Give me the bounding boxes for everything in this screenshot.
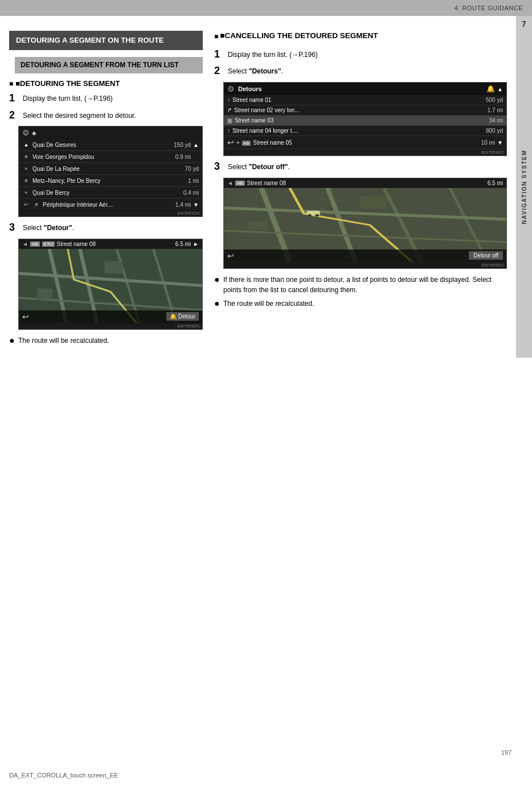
- left-step-1: 1 Display the turn list. (→P.196): [9, 92, 203, 105]
- section-number-box: 7: [516, 16, 532, 28]
- left-column: DETOURING A SEGMENT ON THE ROUTE DETOURI…: [9, 31, 203, 349]
- right-bullet-2: ● The route will be recalculated.: [214, 298, 507, 309]
- down-arrow-detours: ▼: [497, 140, 503, 146]
- right-step-number-2: 2: [214, 65, 223, 77]
- turn-list-row: ↩ ≡ Périphérique Intérieur Aér.... 1.4 m…: [19, 199, 202, 210]
- turn-list-row: ≈ Quai De Bercy 0.4 mi: [19, 187, 202, 199]
- turn-list-row: ≡ Voie Georges Pompidou 0.9 mi: [19, 151, 202, 163]
- map-nav-header: ◄ AB ETU Street name 08 6.5 mi ►: [19, 239, 202, 249]
- detour-name-2: Street name 02 very lon...: [234, 107, 488, 113]
- turn-name-1: Quai De Gesvres: [32, 142, 174, 148]
- right-step-2: 2 Select "Detours".: [214, 65, 507, 77]
- turn-list: ▲ Quai De Gesvres 150 yd ▲ ≡ Voie George…: [19, 139, 202, 210]
- turn-dist-6: 1.4 mi: [175, 202, 191, 208]
- turn-dist-1: 150 yd: [174, 142, 191, 148]
- footer: DA_EXT_COROLLA_touch screen_EE: [9, 772, 118, 779]
- turn-name-3: Quai De La Rapée: [32, 166, 185, 172]
- svg-rect-16: [361, 197, 387, 209]
- svg-point-19: [308, 214, 312, 216]
- square-icon: ■: [214, 32, 218, 42]
- screenshot-id-3: EN7054DC: [224, 149, 506, 155]
- cancelling-header-block: ■ ■CANCELLING THE DETOURED SEGMENT: [214, 31, 507, 42]
- map-header-2-right: 6.5 mi: [488, 180, 503, 186]
- right-bullet-1: ● If there is more than one point to det…: [214, 275, 507, 295]
- up-arrow: ▲: [193, 142, 199, 148]
- detour-icon-5: +: [236, 140, 240, 146]
- detour-badge-3: Z: [227, 117, 232, 124]
- nav-system-sidebar: NAVIGATION SYSTEM: [516, 16, 532, 358]
- gear-icon: ⚙: [22, 128, 30, 137]
- detour-dist-4: 800 yd: [486, 128, 503, 134]
- detouring-segment-heading: ■DETOURING THE SEGMENT: [9, 79, 203, 88]
- arrow-left-icon: ◄: [22, 241, 28, 247]
- map-bottom-bar-2: ↩ Detour off: [224, 249, 506, 262]
- turn-icon-5: ≈: [22, 189, 30, 197]
- right-step-3-text: Select "Detour off".: [228, 161, 290, 172]
- step-number-1: 1: [9, 92, 18, 105]
- cancelling-heading: ■ ■CANCELLING THE DETOURED SEGMENT: [214, 31, 507, 42]
- detour-off-button[interactable]: Detour off: [469, 251, 503, 260]
- section-title: 4. ROUTE GUIDANCE: [455, 5, 523, 11]
- turn-icon-4: ≡: [22, 177, 30, 185]
- detours-header-left: ⚙ Detours: [227, 84, 262, 93]
- right-step-number-1: 1: [214, 48, 223, 61]
- map-screenshot-detour: ◄ AB ETU Street name 08 6.5 mi ►: [18, 239, 203, 330]
- bullet-dot-1: ●: [9, 335, 16, 346]
- detour-icon-4: ↑: [227, 128, 230, 134]
- map-street-name: Street name 08: [57, 241, 96, 247]
- subsection-header: DETOURING A SEGMENT FROM THE TURN LIST: [15, 57, 203, 73]
- detours-row-4: ↑ Street name 04 longer t.... 800 yd: [224, 126, 506, 136]
- left-bullet-1: ● The route will be recalculated.: [9, 335, 203, 346]
- route-badge-3: AB: [235, 181, 245, 186]
- left-step-2: 2 Select the desired segment to detour.: [9, 109, 203, 122]
- map-nav-header-2: ◄ AB Street name 08 6.5 mi: [224, 178, 506, 188]
- detours-row-5: ↩ + AB Street name 05 10 mi ▼: [224, 136, 506, 149]
- detours-header-right: 🔔 ▲: [486, 85, 503, 93]
- route-indicator: ◈: [32, 130, 36, 136]
- step-3-text: Select "Detour".: [23, 222, 74, 233]
- turn-name-2: Voie Georges Pompidou: [32, 154, 175, 160]
- detour-name-1: Street name 01: [232, 97, 486, 103]
- arrow-right-icon: ►: [193, 241, 199, 247]
- svg-rect-17: [247, 221, 268, 230]
- route-badge-2: ETU: [42, 241, 55, 247]
- map-header-left: ◄ AB ETU Street name 08: [22, 241, 96, 247]
- detours-nav-header: ⚙ Detours 🔔 ▲: [224, 83, 506, 95]
- detours-row-2: ↱ Street name 02 very lon... 1.7 mi: [224, 105, 506, 116]
- gear-icon-2: ⚙: [227, 84, 235, 93]
- detour-dist-1: 500 yd: [486, 97, 503, 103]
- screenshot-id-2: EN7062DC: [19, 323, 202, 329]
- detour-button[interactable]: 🔔 Detour: [166, 312, 199, 321]
- detour-dist-5: 10 mi: [481, 140, 495, 146]
- map-screenshot-detour-off: ◄ AB Street name 08 6.5 mi: [223, 178, 507, 269]
- right-step-1-text: Display the turn list. (→P.196): [228, 48, 318, 60]
- back-nav-icon-2: ↩: [227, 251, 234, 260]
- turn-icon-1: ▲: [22, 141, 30, 149]
- top-bar: 4. ROUTE GUIDANCE: [0, 0, 532, 16]
- screenshot-id-4: EN7055DC: [224, 262, 506, 268]
- turn-dist-5: 0.4 mi: [183, 190, 199, 196]
- detour-icon-1: ↑: [227, 97, 230, 103]
- turn-list-row: ≡ Metz–Nancy, Pte De Bercy 1 mi: [19, 175, 202, 187]
- detour-icon: 🔔: [170, 313, 177, 320]
- map-street-name-2: Street name 08: [247, 180, 286, 186]
- down-arrow: ▼: [193, 202, 199, 208]
- turn-dist-4: 1 mi: [188, 178, 199, 184]
- detours-list: ↑ Street name 01 500 yd ↱ Street name 02…: [224, 95, 506, 149]
- turn-icon-2: ≡: [22, 153, 30, 161]
- two-column-layout: DETOURING A SEGMENT ON THE ROUTE DETOURI…: [9, 31, 507, 349]
- right-step-2-text: Select "Detours".: [228, 65, 283, 76]
- map-view: ↩ 🔔 Detour: [19, 249, 202, 323]
- turn-list-screenshot: ⚙ ◈ ▲ Quai De Gesvres 150 yd ▲ ≡ Voie Ge…: [18, 126, 203, 217]
- turn-name-4: Metz–Nancy, Pte De Bercy: [32, 178, 188, 184]
- right-step-1: 1 Display the turn list. (→P.196): [214, 48, 507, 61]
- right-column: ■ ■CANCELLING THE DETOURED SEGMENT 1 Dis…: [214, 31, 507, 349]
- page-number: 197: [501, 749, 511, 756]
- back-icon-row: ↩: [22, 200, 30, 208]
- svg-rect-8: [37, 289, 52, 300]
- up-arrow-header: ▲: [497, 86, 503, 92]
- detour-dist-3: 34 mi: [489, 117, 503, 124]
- main-content: DETOURING A SEGMENT ON THE ROUTE DETOURI…: [0, 16, 516, 383]
- step-number-2: 2: [9, 109, 18, 122]
- step-1-text: Display the turn list. (→P.196): [23, 92, 113, 104]
